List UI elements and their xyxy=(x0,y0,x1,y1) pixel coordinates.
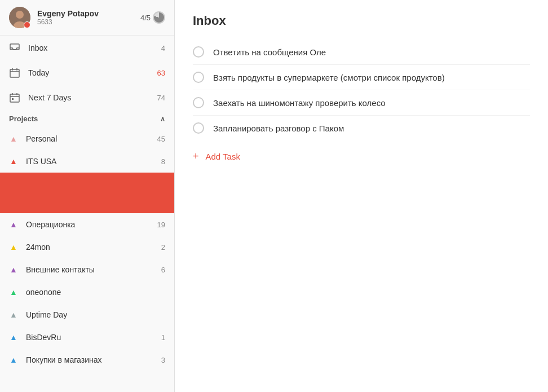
task-checkbox-3[interactable] xyxy=(193,97,204,108)
24mon-label: 24mon xyxy=(26,243,161,252)
oneonone-icon: ▲ xyxy=(9,288,18,297)
user-info: Evgeny Potapov 5633 xyxy=(37,9,140,26)
external-icon: ▲ xyxy=(9,265,18,274)
task-text-1: Ответить на сообщения Оле xyxy=(213,47,326,57)
projects-chevron-icon: ∧ xyxy=(160,115,165,123)
task-list: Ответить на сообщения Оле Взять продукты… xyxy=(193,39,530,140)
itsusa-label: ITS USA xyxy=(26,157,161,166)
today-label: Today xyxy=(28,68,157,77)
add-task-label: Add Task xyxy=(206,152,240,161)
task-checkbox-4[interactable] xyxy=(193,122,204,134)
operacionka-count: 19 xyxy=(157,221,165,229)
nav-inbox[interactable]: Inbox 4 xyxy=(0,36,174,60)
external-label: Внешние контакты xyxy=(26,265,161,274)
project-item-24mon[interactable]: ▲ 24mon 2 xyxy=(0,236,174,258)
personal-label: Personal xyxy=(26,134,157,143)
main-content: Inbox Ответить на сообщения Оле Взять пр… xyxy=(175,0,548,392)
task-item-2[interactable]: Взять продукты в супермаркете (смотри сп… xyxy=(193,65,530,90)
personal-icon: ▲ xyxy=(9,134,18,143)
karma-icon xyxy=(153,11,165,24)
next7-icon xyxy=(9,92,20,103)
project-item-personal[interactable]: ▲ Personal 45 xyxy=(0,127,174,150)
project-item-oneonone[interactable]: ▲ oneonone xyxy=(0,281,174,303)
operacionka-icon: ▲ xyxy=(9,220,18,229)
task-text-3: Заехать на шиномонтажу проверить колесо xyxy=(213,98,386,108)
user-id: 5633 xyxy=(37,18,140,26)
project-item-shopping[interactable]: ▲ Покупки в магазинах 3 xyxy=(0,349,174,371)
svg-point-1 xyxy=(16,11,24,19)
page-title: Inbox xyxy=(193,14,530,28)
projects-section-header[interactable]: Projects ∧ xyxy=(0,110,174,127)
avatar-badge xyxy=(24,21,30,28)
personal-count: 45 xyxy=(157,135,165,143)
add-task-button[interactable]: + Add Task xyxy=(193,143,530,170)
avatar-wrap xyxy=(9,7,30,28)
itsusa-count: 8 xyxy=(161,157,165,166)
user-name: Evgeny Potapov xyxy=(37,9,140,18)
project-item-bisdevru[interactable]: ▲ BisDevRu 1 xyxy=(0,326,174,349)
inbox-icon xyxy=(9,42,20,54)
task-text-2: Взять продукты в супермаркете (смотри сп… xyxy=(213,73,445,82)
inbox-count: 4 xyxy=(161,44,165,52)
svg-rect-4 xyxy=(10,69,19,77)
task-item-1[interactable]: Ответить на сообщения Оле xyxy=(193,39,530,65)
shopping-icon: ▲ xyxy=(9,355,18,364)
today-icon xyxy=(9,67,20,78)
svg-rect-3 xyxy=(10,44,19,50)
projects-label: Projects xyxy=(9,114,38,123)
karma-value: 4/5 xyxy=(140,14,151,22)
nav-next7[interactable]: Next 7 Days 74 xyxy=(0,85,174,110)
task-item-4[interactable]: Запланировать разговор с Паком xyxy=(193,116,530,140)
external-count: 6 xyxy=(161,266,165,274)
add-task-icon: + xyxy=(193,151,199,162)
24mon-icon: ▲ xyxy=(9,243,18,252)
project-item-external[interactable]: ▲ Внешние контакты 6 xyxy=(0,258,174,281)
karma-wrap: 4/5 xyxy=(140,11,165,24)
nav-today[interactable]: Today 63 xyxy=(0,60,174,85)
project-item-operacionka[interactable]: ▲ Операционка 19 xyxy=(0,213,174,236)
task-item-3[interactable]: Заехать на шиномонтажу проверить колесо xyxy=(193,90,530,116)
task-checkbox-1[interactable] xyxy=(193,46,204,58)
bisdevru-icon: ▲ xyxy=(9,333,18,342)
24mon-count: 2 xyxy=(161,243,165,252)
task-checkbox-2[interactable] xyxy=(193,72,204,83)
project-item-itsusa[interactable]: ▲ ITS USA 8 xyxy=(0,150,174,173)
svg-rect-8 xyxy=(10,94,19,102)
inbox-label: Inbox xyxy=(28,43,161,52)
uptimeday-icon: ▲ xyxy=(9,310,18,319)
bisdevru-count: 1 xyxy=(161,333,165,342)
itsusa-icon: ▲ xyxy=(9,157,18,166)
project-item-uptimeday[interactable]: ▲ Uptime Day xyxy=(0,303,174,326)
oneonone-label: oneonone xyxy=(26,288,165,297)
project-item-selected[interactable] xyxy=(0,173,174,213)
bisdevru-label: BisDevRu xyxy=(26,333,161,342)
next7-label: Next 7 Days xyxy=(28,93,157,102)
next7-count: 74 xyxy=(157,94,165,102)
operacionka-label: Операционка xyxy=(26,220,157,229)
today-count: 63 xyxy=(157,69,165,77)
shopping-count: 3 xyxy=(161,356,165,364)
user-header[interactable]: Evgeny Potapov 5633 4/5 xyxy=(0,0,174,36)
shopping-label: Покупки в магазинах xyxy=(26,355,161,364)
svg-rect-12 xyxy=(12,98,14,100)
uptimeday-label: Uptime Day xyxy=(26,310,165,319)
sidebar: Evgeny Potapov 5633 4/5 Inbox 4 xyxy=(0,0,175,392)
task-text-4: Запланировать разговор с Паком xyxy=(213,124,344,133)
